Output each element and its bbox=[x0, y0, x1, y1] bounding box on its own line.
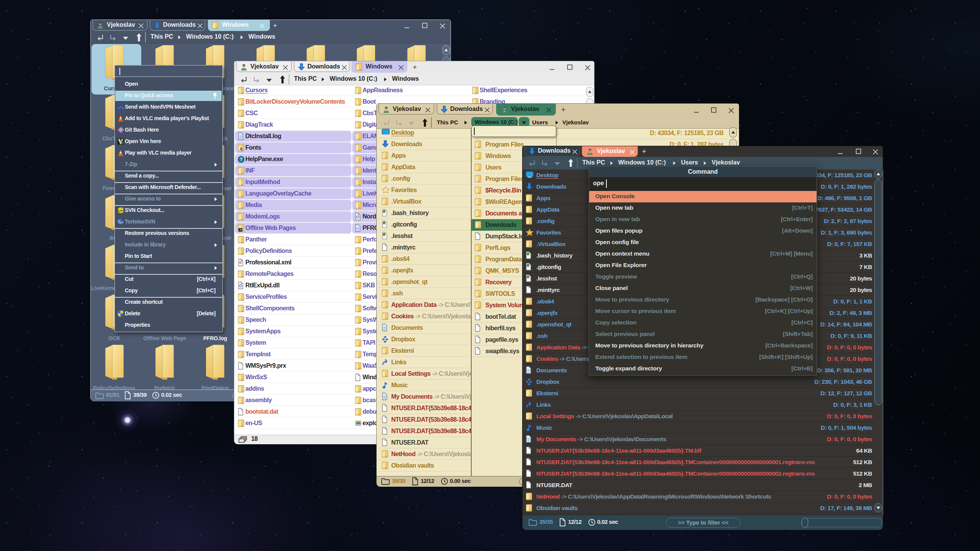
svg-text:?: ? bbox=[240, 157, 242, 162]
svg-text:A: A bbox=[240, 147, 243, 151]
